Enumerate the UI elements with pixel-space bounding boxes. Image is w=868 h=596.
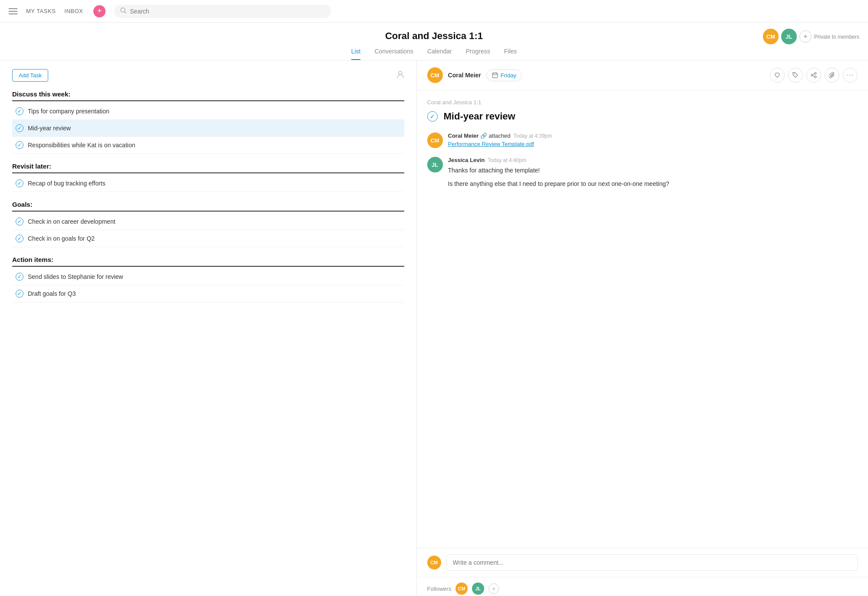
task-checkbox[interactable]: ✓	[16, 141, 23, 149]
task-item[interactable]: ✓Draft goals for Q3	[12, 285, 404, 302]
task-item[interactable]: ✓Mid-year review	[12, 120, 404, 137]
comment-time: Today at 4:39pm	[512, 133, 552, 139]
task-author-avatar: CM	[427, 67, 443, 83]
task-date-label: Friday	[501, 72, 516, 79]
task-item[interactable]: ✓Check in on goals for Q2	[12, 230, 404, 247]
attachment-row: Performance Review Template.pdf	[448, 141, 552, 147]
like-icon[interactable]	[770, 68, 785, 83]
action-icons: ···	[770, 68, 858, 83]
calendar-icon	[492, 72, 498, 78]
task-label: Recap of bug tracking efforts	[28, 180, 106, 187]
add-button[interactable]: +	[93, 5, 106, 17]
task-author-info: Coral Meier	[448, 72, 481, 79]
toolbar-row: Add Task	[12, 69, 404, 82]
tag-icon[interactable]	[788, 68, 803, 83]
comment-text: Thanks for attaching the template!	[448, 166, 670, 175]
comments-list: CMCoral Meier 🔗 attached Today at 4:39pm…	[427, 132, 858, 189]
comment-body: Coral Meier 🔗 attached Today at 4:39pmPe…	[448, 132, 552, 148]
hamburger-menu[interactable]	[9, 7, 17, 16]
nav-my-tasks[interactable]: MY TASKS	[26, 8, 56, 14]
followers-bar: Followers CM JL +	[417, 577, 868, 596]
add-member-button[interactable]: +	[799, 30, 812, 43]
attach-icon[interactable]	[825, 68, 839, 83]
avatar-coral: CM	[763, 29, 779, 44]
section-title: Action items:	[12, 256, 404, 267]
avatar-jessica: JL	[781, 29, 797, 44]
task-label: Tips for company presentation	[28, 108, 109, 115]
add-follower-button[interactable]: +	[488, 583, 499, 594]
task-label: Mid-year review	[28, 125, 71, 132]
header-right: CM JL + Private to members	[763, 29, 859, 44]
task-label: Draft goals for Q3	[28, 290, 76, 297]
comment-input-area: CM	[417, 548, 868, 577]
task-checkbox[interactable]: ✓	[16, 107, 23, 115]
section-title: Discuss this week:	[12, 90, 404, 101]
task-checkbox[interactable]: ✓	[16, 179, 23, 187]
task-item[interactable]: ✓Responsibilities while Kat is on vacati…	[12, 137, 404, 154]
task-date-button[interactable]: Friday	[486, 70, 522, 81]
share-icon[interactable]	[806, 68, 821, 83]
task-author-name: Coral Meier	[448, 72, 481, 79]
search-icon	[120, 7, 126, 15]
task-section: Action items:✓Send slides to Stephanie f…	[12, 256, 404, 302]
comment-item: CMCoral Meier 🔗 attached Today at 4:39pm…	[427, 132, 858, 148]
task-label: Check in on career development	[28, 218, 116, 225]
task-checkbox[interactable]: ✓	[16, 273, 23, 281]
commenter-avatar: CM	[427, 556, 441, 570]
page-tabs: List Conversations Calendar Progress Fil…	[0, 48, 868, 60]
comment-meta: Jessica Levin Today at 4:40pm	[448, 157, 670, 163]
task-checkbox[interactable]: ✓	[16, 218, 23, 225]
task-item[interactable]: ✓Tips for company presentation	[12, 103, 404, 120]
comment-item: JLJessica Levin Today at 4:40pmThanks fo…	[427, 157, 858, 189]
task-detail-body: Coral and Jessica 1:1 ✓ Mid-year review …	[417, 90, 868, 548]
task-sections: Discuss this week:✓Tips for company pres…	[12, 90, 404, 302]
task-detail-header: CM Coral Meier Friday	[417, 60, 868, 90]
task-item[interactable]: ✓Recap of bug tracking efforts	[12, 175, 404, 192]
section-title: Revisit later:	[12, 162, 404, 173]
more-icon[interactable]: ···	[843, 68, 858, 83]
comment-avatar: JL	[427, 157, 443, 172]
tab-conversations[interactable]: Conversations	[374, 48, 413, 60]
page-header: CM JL + Private to members Coral and Jes…	[0, 23, 868, 60]
svg-line-9	[813, 76, 815, 77]
task-section: Goals:✓Check in on career development✓Ch…	[12, 201, 404, 247]
task-label: Send slides to Stephanie for review	[28, 273, 123, 280]
assign-person-icon[interactable]	[396, 70, 404, 80]
search-input[interactable]	[130, 8, 325, 15]
task-complete-checkbox[interactable]: ✓	[427, 111, 438, 122]
comment-body: Jessica Levin Today at 4:40pmThanks for …	[448, 157, 670, 189]
svg-point-7	[794, 73, 795, 74]
task-label: Check in on goals for Q2	[28, 235, 95, 242]
task-section: Discuss this week:✓Tips for company pres…	[12, 90, 404, 154]
followers-label: Followers	[427, 586, 452, 592]
top-nav: MY TASKS INBOX +	[0, 0, 868, 23]
svg-point-2	[399, 71, 402, 75]
tab-files[interactable]: Files	[504, 48, 517, 60]
comment-input[interactable]	[446, 554, 858, 571]
task-project-label: Coral and Jessica 1:1	[427, 99, 858, 106]
tab-calendar[interactable]: Calendar	[427, 48, 452, 60]
task-checkbox[interactable]: ✓	[16, 235, 23, 242]
section-title: Goals:	[12, 201, 404, 212]
private-label: Private to members	[814, 34, 859, 40]
left-panel: Add Task Discuss this week:✓Tips for com…	[0, 60, 417, 596]
comment-avatar: CM	[427, 132, 443, 148]
task-section: Revisit later:✓Recap of bug tracking eff…	[12, 162, 404, 192]
attachment-link[interactable]: Performance Review Template.pdf	[448, 141, 534, 147]
task-detail-header-left: CM Coral Meier Friday	[427, 67, 522, 83]
svg-line-8	[813, 73, 815, 75]
tab-list[interactable]: List	[351, 48, 361, 60]
follower-jessica: JL	[472, 583, 484, 595]
search-bar	[114, 5, 331, 18]
add-task-button[interactable]: Add Task	[12, 69, 48, 82]
task-checkbox[interactable]: ✓	[16, 124, 23, 132]
task-item[interactable]: ✓Send slides to Stephanie for review	[12, 268, 404, 285]
comment-time: Today at 4:40pm	[486, 157, 526, 163]
svg-rect-3	[492, 73, 498, 78]
comment-meta: Coral Meier 🔗 attached Today at 4:39pm	[448, 132, 552, 139]
svg-line-1	[125, 12, 126, 13]
tab-progress[interactable]: Progress	[466, 48, 490, 60]
task-item[interactable]: ✓Check in on career development	[12, 213, 404, 230]
nav-inbox[interactable]: INBOX	[64, 8, 83, 14]
task-checkbox[interactable]: ✓	[16, 290, 23, 298]
